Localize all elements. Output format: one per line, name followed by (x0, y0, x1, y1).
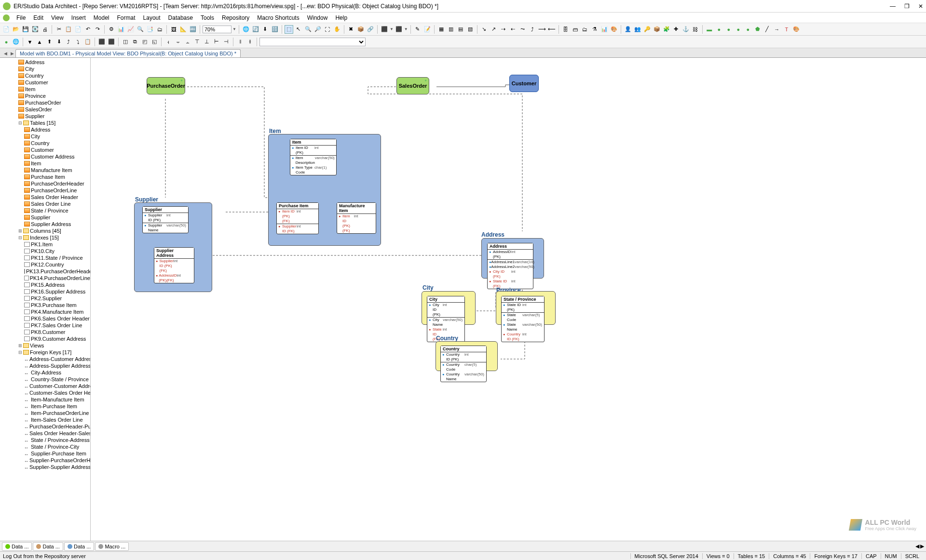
menu-model[interactable]: Model (91, 13, 112, 22)
bottom-tab-macro[interactable]: Macro ... (95, 542, 129, 551)
tool-icon[interactable]: 🔍 (136, 25, 145, 34)
menu-tools[interactable]: Tools (198, 13, 217, 22)
relation-icon[interactable]: ⤳ (518, 25, 527, 34)
shape-icon[interactable]: ⬟ (753, 25, 762, 34)
maximize-button[interactable]: ❐ (904, 3, 910, 10)
entity-item[interactable]: Item ●Item ID (PK)int●Item Descriptionva… (290, 139, 337, 175)
save-all-icon[interactable]: 💽 (31, 25, 40, 34)
tree-item[interactable]: State / Province (18, 207, 90, 214)
align-icon[interactable]: ⫟ (174, 38, 182, 46)
entity-supplier[interactable]: Supplier ●Supplier ID (PK)int●Supplier N… (142, 206, 189, 233)
relation-icon[interactable]: ⇢ (499, 25, 508, 34)
tree-item[interactable]: PurchaseOrderHeader (18, 180, 90, 187)
tool-icon[interactable]: 👤 (624, 25, 632, 34)
tree-item[interactable]: Customer-Customer Address (18, 383, 90, 389)
tree-item[interactable]: Item (18, 160, 90, 167)
tool-icon[interactable]: ▦ (437, 25, 446, 34)
align-icon[interactable]: ⊤ (193, 38, 202, 46)
bdo-purchase-order[interactable]: ⁺ PurchaseOrder (147, 77, 185, 94)
distribute-icon[interactable]: ⫵ (245, 38, 254, 46)
relation-icon[interactable]: ⟶ (538, 25, 546, 34)
repo-icon[interactable]: ▼ (26, 38, 34, 46)
arrow-icon[interactable]: → (773, 25, 781, 34)
relation-icon[interactable]: ↗ (490, 25, 498, 34)
tool-icon[interactable]: 🗂 (581, 25, 589, 34)
tree-item[interactable]: Item-PurchaseOrderLine (18, 410, 90, 416)
tree-item[interactable]: Supplier Address (18, 221, 90, 227)
repo-icon[interactable]: ⤴ (64, 38, 73, 46)
pan-icon[interactable]: ✋ (333, 25, 341, 34)
tree-item[interactable]: PK4.Manufacture Item (18, 308, 90, 315)
tree-item[interactable]: PK9.Customer Address (18, 335, 90, 342)
repo-icon[interactable]: ⬛ (107, 38, 116, 46)
tree-group-header[interactable]: ⊞Views (18, 342, 90, 349)
repo-icon[interactable]: ● (2, 38, 11, 46)
zoom-input[interactable] (203, 26, 232, 33)
zoom-dropdown-icon[interactable]: ▼ (232, 27, 236, 31)
tree-item[interactable]: PK12.Country (18, 261, 90, 268)
color-icon[interactable]: 🎨 (792, 25, 801, 34)
repo-icon[interactable]: 🌐 (12, 38, 20, 46)
menu-macro-shortcuts[interactable]: Macro Shortcuts (254, 13, 302, 22)
tree-item[interactable]: State / Province-City (18, 443, 90, 450)
tool-icon[interactable]: ⬛ (380, 25, 389, 34)
entity-manufacture-item[interactable]: Manufacture Item ●Item ID (PK)(FK)int (337, 202, 376, 234)
align-icon[interactable]: ⫞ (164, 38, 173, 46)
pointer-icon[interactable]: ↖ (294, 25, 303, 34)
repo-icon[interactable]: ◫ (121, 38, 130, 46)
tree-item[interactable]: Item-Manufacture Item (18, 396, 90, 403)
menu-edit[interactable]: Edit (30, 13, 46, 22)
tree-toggle-icon[interactable]: ⊟ (18, 235, 23, 240)
tree-group-header[interactable]: ⊟Tables [15] (18, 120, 90, 126)
tree-item[interactable]: Customer (18, 147, 90, 153)
shape-icon[interactable]: ▬ (705, 25, 714, 34)
tree-item[interactable]: Purchase Item (18, 173, 90, 180)
tree-item[interactable]: PK8.Customer (18, 329, 90, 335)
repo-icon[interactable]: ⬆ (45, 38, 54, 46)
tree-item[interactable]: Province (18, 93, 90, 99)
tree-item[interactable]: Sales Order Line (18, 200, 90, 207)
delete-icon[interactable]: ✖ (347, 25, 355, 34)
menu-help[interactable]: Help (332, 13, 350, 22)
tool-icon[interactable]: 🔠 (271, 25, 279, 34)
expand-icon[interactable]: ⁺ (180, 79, 183, 84)
tree-item[interactable]: PK6.Sales Order Header (18, 315, 90, 322)
tree-item[interactable]: PK10.City (18, 248, 90, 254)
cut-icon[interactable]: ✂ (54, 25, 63, 34)
tool-icon[interactable]: ⬛ (395, 25, 403, 34)
tree-item[interactable]: Manufacture Item (18, 167, 90, 173)
globe-icon[interactable]: 🌐 (242, 25, 250, 34)
tool-icon[interactable]: 🔑 (643, 25, 652, 34)
tool-icon[interactable]: 🗃 (571, 25, 580, 34)
menu-file[interactable]: File (14, 13, 28, 22)
menu-view[interactable]: View (48, 13, 67, 22)
expand-icon[interactable]: ⁺ (424, 79, 427, 84)
tool-icon[interactable]: ⛓ (691, 25, 700, 34)
tool-icon[interactable]: ▥ (447, 25, 455, 34)
menu-window[interactable]: Window (304, 13, 331, 22)
menu-format[interactable]: Format (114, 13, 138, 22)
shape-icon[interactable]: ● (734, 25, 743, 34)
entity-address[interactable]: Address ●AddressID (PK)int●AddressLine1v… (487, 243, 533, 289)
repo-icon[interactable]: ◰ (140, 38, 149, 46)
tool-icon[interactable]: 🗄 (561, 25, 570, 34)
menu-repository[interactable]: Repository (219, 13, 252, 22)
tool-icon[interactable]: 🔗 (366, 25, 375, 34)
tree-item[interactable]: Supplier (18, 113, 90, 120)
tree-item[interactable]: PK11.State / Province (18, 254, 90, 261)
tree-toggle-icon[interactable]: ⊞ (18, 228, 23, 233)
print-icon[interactable]: 🖨 (41, 25, 49, 34)
tree-item[interactable]: Supplier (18, 214, 90, 221)
tool-icon[interactable]: 📝 (423, 25, 432, 34)
fit-icon[interactable]: ⛶ (323, 25, 332, 34)
shape-icon[interactable]: ● (715, 25, 723, 34)
tree-toggle-icon[interactable]: ⊟ (18, 120, 23, 125)
bottom-tab-data-3[interactable]: Data ... (64, 542, 94, 551)
tree-item[interactable]: Supplier-Purchase Item (18, 450, 90, 457)
tree-item[interactable]: PK7.Sales Order Line (18, 322, 90, 329)
line-icon[interactable]: ╱ (763, 25, 772, 34)
menu-database[interactable]: Database (165, 13, 196, 22)
document-tab[interactable]: Model with BDO.DM1 - Physical Model View… (15, 49, 241, 57)
bdo-sales-order[interactable]: ⁺ SalesOrder (396, 77, 429, 94)
tree-item[interactable]: PK13.PurchaseOrderHeader (18, 268, 90, 275)
